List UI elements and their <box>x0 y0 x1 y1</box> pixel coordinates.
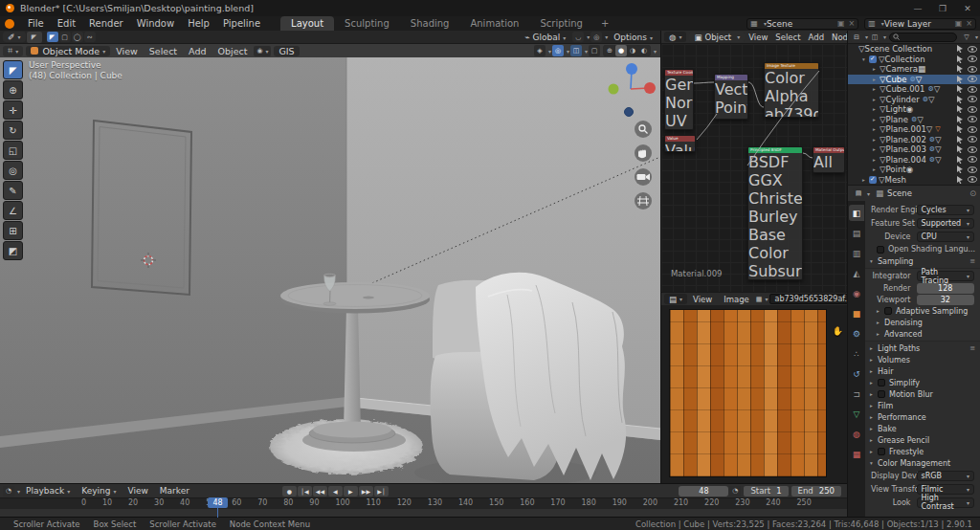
hide-eye-icon[interactable] <box>968 156 977 163</box>
timeline-ruler[interactable]: 0102030405060708090100110120130140150160… <box>0 497 847 509</box>
viewport-menu-item[interactable]: Select <box>144 46 183 56</box>
node-row[interactable]: Christensen-Burley <box>748 189 802 226</box>
properties-tab[interactable]: ▦ <box>849 446 864 462</box>
playback-button[interactable]: ▶▶ <box>359 486 373 497</box>
preview-range-clock-icon[interactable]: ◔ <box>729 486 741 497</box>
hide-eye-icon[interactable] <box>968 166 977 173</box>
node-texture-coordinate[interactable]: Texture Coordinate GeneratedNormalUVObje… <box>664 69 694 130</box>
shader-menu-item[interactable]: View <box>745 33 771 42</box>
select-mode-button[interactable]: ∾ <box>84 32 96 42</box>
new-layer-icon[interactable]: ▣ <box>955 19 963 28</box>
section-row[interactable]: ▸ Freestyle ≡ <box>865 446 980 457</box>
cm-dropdown[interactable]: Filmic▾ <box>917 484 974 495</box>
collection-checkbox[interactable] <box>869 55 877 63</box>
playback-button[interactable]: ● <box>282 486 297 497</box>
shader-menu-item[interactable]: Select <box>771 33 804 42</box>
snap-magnet-icon[interactable]: ◡ <box>572 32 584 42</box>
selectable-cursor-icon[interactable] <box>956 176 964 184</box>
gizmo-x-axis[interactable] <box>644 82 656 94</box>
subsection-row[interactable]: ▸ Advanced <box>865 328 980 340</box>
playback-button[interactable]: │◀ <box>298 486 312 497</box>
image-menu-item[interactable]: View <box>687 295 718 304</box>
outliner-row[interactable]: ▾ ▽ Collection ⚙ ▽ <box>848 55 980 65</box>
section-color-management[interactable]: ▾Color Management <box>865 457 980 469</box>
selectable-cursor-icon[interactable] <box>956 85 964 93</box>
hide-eye-icon[interactable] <box>968 86 977 93</box>
tool-button[interactable]: ◩ <box>3 241 23 260</box>
section-sampling[interactable]: ▾Sampling≡ <box>865 255 980 267</box>
outliner-row[interactable]: ▸ ▽ Plane.001 ⚙ ▽ ▽ <box>848 124 980 135</box>
expand-arrow-icon[interactable]: ▸ <box>873 106 880 112</box>
tool-button[interactable]: ◱ <box>3 141 23 160</box>
hide-eye-icon[interactable] <box>968 136 977 143</box>
subsection-checkbox[interactable] <box>884 307 892 315</box>
shading-mode-button[interactable]: ● <box>615 45 627 56</box>
preset-grid-icon[interactable]: ≡ <box>969 257 975 265</box>
node-mapping[interactable]: Mapping VectorPointVectorLocation0 m0 m0… <box>714 74 748 120</box>
workspace-tab[interactable]: Animation <box>459 16 529 31</box>
properties-tab[interactable]: ▤ <box>849 225 864 241</box>
selectable-cursor-icon[interactable] <box>956 145 964 153</box>
hide-eye-icon[interactable] <box>968 126 977 133</box>
outliner-row[interactable]: ▸ ▽ Mesh ⚙ ▽ <box>848 175 980 186</box>
preset-grid-icon[interactable]: ≡ <box>969 344 975 352</box>
hide-eye-icon[interactable] <box>968 116 977 122</box>
tool-button[interactable]: ◤ <box>3 60 23 79</box>
expand-arrow-icon[interactable]: ▸ <box>862 177 869 183</box>
expand-arrow-icon[interactable]: ▸ <box>873 166 880 172</box>
cm-dropdown[interactable]: High Contrast▾ <box>917 497 974 508</box>
keying-menu[interactable]: Keying▾ <box>76 486 122 496</box>
select-mode-button[interactable]: ◯ <box>72 32 83 42</box>
node-image-texture[interactable]: Image Texture ColorAlphaab739d5653829af.… <box>764 62 819 118</box>
viewport-menu-item[interactable]: View <box>110 46 144 56</box>
outliner-display-icon[interactable]: ◫ <box>869 32 880 42</box>
pin-icon[interactable]: ⊙ <box>969 188 976 198</box>
expand-arrow-icon[interactable]: ▸ <box>873 97 880 102</box>
subsection-row[interactable]: ▸ Adaptive Sampling <box>865 305 980 317</box>
menu-item[interactable]: Window <box>130 18 181 29</box>
active-tool-icon[interactable]: ◤ <box>27 32 42 43</box>
hide-eye-icon[interactable] <box>968 146 977 153</box>
shader-editor-icon[interactable]: ◍▾ <box>664 32 686 42</box>
image-editor-icon[interactable]: ▤▾ <box>664 294 687 304</box>
menu-item[interactable]: Render <box>82 18 130 29</box>
node-row[interactable]: Surface <box>813 171 844 173</box>
wood-texture-image[interactable] <box>670 310 826 476</box>
playback-button[interactable]: ▶│ <box>374 486 389 497</box>
outliner-row[interactable]: ▸ ▽ Point ⚙ ◉ ▽ <box>848 165 980 175</box>
outliner-row[interactable]: ▽ Scene Collection ⚙ ▽ <box>848 44 980 55</box>
render-engine-dropdown[interactable]: Cycles▾ <box>917 205 974 215</box>
section-row[interactable]: ▸ Grease Pencil ≡ <box>865 434 980 446</box>
gizmo-y-axis[interactable] <box>609 84 619 95</box>
node-row[interactable]: Normal <box>665 94 693 112</box>
playhead-frame-label[interactable]: 48 <box>208 497 228 508</box>
minimize-button[interactable]: — <box>905 4 930 13</box>
node-material-output[interactable]: Material Output AllSurfaceVolumeDisplace… <box>813 146 845 173</box>
expand-arrow-icon[interactable]: ▸ <box>873 146 880 152</box>
gizmos-toggle-icon[interactable]: ◈ <box>534 45 546 56</box>
properties-tab[interactable]: ⊐ <box>849 386 864 402</box>
filter-funnel-icon[interactable]: ▽ <box>961 32 972 42</box>
selectable-cursor-icon[interactable] <box>956 76 964 83</box>
outliner-editor-icon[interactable]: ⊟ <box>851 32 862 42</box>
image-menu-item[interactable]: Image <box>718 295 755 304</box>
selectable-cursor-icon[interactable] <box>956 136 964 144</box>
section-checkbox[interactable] <box>878 390 885 398</box>
node-row[interactable]: Generated <box>665 76 693 94</box>
section-row[interactable]: ▸ Hair ≡ <box>865 365 980 377</box>
expand-arrow-icon[interactable]: ▸ <box>873 157 880 163</box>
viewport-editor-icon[interactable]: ⌗▾ <box>3 46 23 56</box>
remove-layer-icon[interactable]: × <box>966 19 972 28</box>
selectable-cursor-icon[interactable] <box>956 125 964 133</box>
gis-button[interactable]: GIS <box>274 46 299 56</box>
shading-mode-button[interactable]: ◑ <box>627 45 638 56</box>
expand-arrow-icon[interactable]: ▸ <box>873 86 880 92</box>
tool-button[interactable]: ✎ <box>3 181 23 200</box>
node-row[interactable]: UV <box>665 112 693 130</box>
feature-set-dropdown[interactable]: Supported▾ <box>917 218 974 229</box>
shading-mode-button[interactable]: ⊕ <box>604 45 615 56</box>
expand-arrow-icon[interactable]: ▸ <box>873 117 880 122</box>
add-workspace-button[interactable]: + <box>593 18 616 29</box>
hide-eye-icon[interactable] <box>968 76 977 82</box>
outliner-row[interactable]: ▸ ▽ Light ⚙ ◉ ▽ <box>848 104 980 115</box>
